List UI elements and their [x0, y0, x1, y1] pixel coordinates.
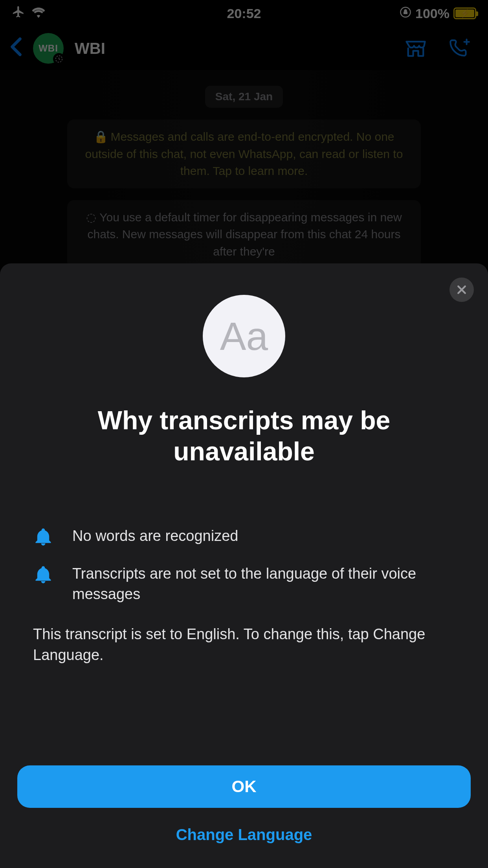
reason-text: No words are recognized: [72, 526, 238, 546]
reason-text: Transcripts are not set to the language …: [72, 564, 455, 604]
transcript-info-sheet: Aa Why transcripts may be unavailable No…: [0, 263, 488, 868]
reasons-list: No words are recognized Transcripts are …: [17, 526, 471, 604]
change-language-button[interactable]: Change Language: [17, 821, 471, 848]
bell-icon: [33, 527, 53, 549]
bell-icon: [33, 565, 53, 587]
sheet-footnote: This transcript is set to English. To ch…: [17, 624, 471, 666]
close-button[interactable]: [449, 278, 474, 302]
sheet-title: Why transcripts may be unavailable: [75, 405, 413, 467]
hero-glyph: Aa: [220, 314, 268, 359]
reason-item: No words are recognized: [33, 526, 455, 549]
ok-button[interactable]: OK: [17, 765, 471, 808]
reason-item: Transcripts are not set to the language …: [33, 564, 455, 604]
sheet-actions: OK Change Language: [17, 765, 471, 848]
hero-glyph-circle: Aa: [203, 295, 285, 377]
